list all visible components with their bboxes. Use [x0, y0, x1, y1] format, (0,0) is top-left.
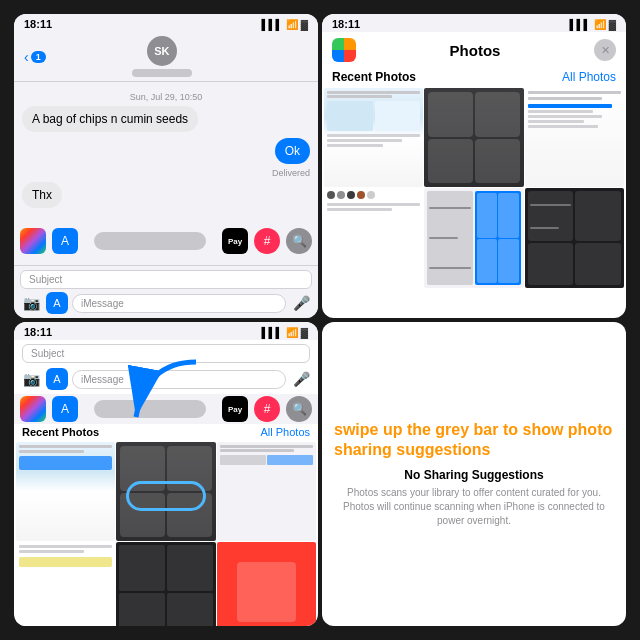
input-row: 📷 A iMessage 🎤	[20, 292, 312, 314]
bl-subject-field[interactable]: Subject	[22, 344, 310, 363]
bl-all-photos-link[interactable]: All Photos	[260, 426, 310, 438]
camera-button[interactable]: 📷	[20, 292, 42, 314]
message-bubble-sent: Ok	[275, 138, 310, 164]
bl-app-icons-row: A Pay # 🔍	[14, 394, 318, 424]
photo-thumb-5[interactable]	[424, 188, 523, 287]
photos-status-time: 18:11	[332, 18, 360, 30]
bl-pay-icon[interactable]: Pay	[222, 396, 248, 422]
status-bar: 18:11 ▌▌▌ 📶 ▓	[14, 14, 318, 32]
avatar: SK	[147, 36, 177, 66]
contact-name-blur	[132, 69, 192, 77]
bl-recent-label: Recent Photos	[22, 426, 99, 438]
photos-grid	[322, 88, 626, 288]
photo-thumb-1[interactable]	[324, 88, 423, 187]
message-timestamp: Sun, Jul 29, 10:50	[22, 92, 310, 102]
messages-input-area: Subject 📷 A iMessage 🎤	[14, 265, 318, 318]
mic-button[interactable]: 🎤	[290, 292, 312, 314]
bl-grey-pill[interactable]	[94, 400, 206, 418]
status-time: 18:11	[24, 18, 52, 30]
bl-wifi-icon: 📶	[286, 327, 298, 338]
recent-label: Recent Photos	[332, 70, 416, 84]
photo-thumb-4[interactable]	[324, 188, 423, 287]
bl-photo-thumb-1[interactable]	[16, 442, 115, 541]
photo-thumb-2[interactable]	[424, 88, 523, 187]
no-sharing-title: No Sharing Suggestions	[334, 468, 614, 482]
pay-icon[interactable]: Pay	[222, 228, 248, 254]
bl-photo-thumb-5[interactable]	[116, 542, 215, 626]
battery-icon: ▓	[301, 19, 308, 30]
photos-battery-icon: ▓	[609, 19, 616, 30]
message-bubble-received-1: A bag of chips n cumin seeds	[22, 106, 198, 132]
close-button[interactable]: ✕	[594, 39, 616, 61]
app-icons-row: A Pay # 🔍	[14, 226, 318, 256]
bottom-left-panel: 18:11 ▌▌▌ 📶 ▓ Subject 📷 A iMessage 🎤 A P…	[14, 322, 318, 626]
bl-photos-icon[interactable]	[20, 396, 46, 422]
photo-thumb-6[interactable]	[525, 188, 624, 287]
search-icon-round[interactable]: 🔍	[286, 228, 312, 254]
messages-header: ‹ 1 SK	[14, 32, 318, 82]
bl-search-icon[interactable]: 🔍	[286, 396, 312, 422]
bl-camera-button[interactable]: 📷	[20, 368, 42, 390]
signal-icon: ▌▌▌	[261, 19, 282, 30]
photos-status-icons: ▌▌▌ 📶 ▓	[569, 19, 616, 30]
back-badge: 1	[31, 51, 46, 63]
photos-app-icon[interactable]	[20, 228, 46, 254]
recent-photos-header: Recent Photos All Photos	[322, 68, 626, 88]
bl-battery-icon: ▓	[301, 327, 308, 338]
appstore-button[interactable]: A	[46, 292, 68, 314]
subject-field[interactable]: Subject	[20, 270, 312, 289]
grey-pill-handle	[94, 232, 206, 250]
bl-mic-button[interactable]: 🎤	[290, 368, 312, 390]
hashtag-icon[interactable]: #	[254, 228, 280, 254]
photos-panel: 18:11 ▌▌▌ 📶 ▓ Photos ✕ Recent Photos All…	[322, 14, 626, 318]
bl-input-row: 📷 A iMessage 🎤	[14, 368, 318, 394]
bl-subject-area: Subject	[14, 340, 318, 368]
bl-status-icons: ▌▌▌ 📶 ▓	[261, 327, 308, 338]
delivered-label: Delivered	[22, 168, 310, 178]
message-bubble-received-2: Thx	[22, 182, 62, 208]
bl-status-bar: 18:11 ▌▌▌ 📶 ▓	[14, 322, 318, 340]
messages-body: Sun, Jul 29, 10:50 A bag of chips n cumi…	[14, 82, 318, 214]
photos-wifi-icon: 📶	[594, 19, 606, 30]
photos-title: Photos	[450, 42, 501, 59]
photos-header: Photos ✕	[322, 32, 626, 68]
back-chevron-icon: ‹	[24, 49, 29, 65]
bl-recent-photos-header: Recent Photos All Photos	[14, 424, 318, 442]
bubble-sent-wrap: Ok	[22, 138, 310, 164]
no-sharing-body: Photos scans your library to offer conte…	[334, 486, 614, 528]
contact-info: SK	[46, 36, 278, 77]
bl-photo-thumb-4[interactable]	[16, 542, 115, 626]
bl-photos-grid	[14, 442, 318, 626]
appstore-icon[interactable]: A	[52, 228, 78, 254]
bl-appstore-icon[interactable]: A	[52, 396, 78, 422]
instruction-text: swipe up the grey bar to show photo shar…	[334, 420, 614, 460]
back-button[interactable]: ‹ 1	[24, 49, 46, 65]
imessage-input[interactable]: iMessage	[72, 294, 286, 313]
bl-status-time: 18:11	[24, 326, 52, 338]
bl-imessage-input[interactable]: iMessage	[72, 370, 286, 389]
bl-signal-icon: ▌▌▌	[261, 327, 282, 338]
messages-panel: 18:11 ▌▌▌ 📶 ▓ ‹ 1 SK Sun, Jul 29, 10:50	[14, 14, 318, 318]
all-photos-link[interactable]: All Photos	[562, 70, 616, 84]
circle-highlight	[126, 481, 206, 511]
bl-photo-thumb-3[interactable]	[217, 442, 316, 541]
wifi-icon: 📶	[286, 19, 298, 30]
status-icons: ▌▌▌ 📶 ▓	[261, 19, 308, 30]
photos-status-bar: 18:11 ▌▌▌ 📶 ▓	[322, 14, 626, 32]
bl-hashtag-icon[interactable]: #	[254, 396, 280, 422]
photos-signal-icon: ▌▌▌	[569, 19, 590, 30]
bl-appstore-button[interactable]: A	[46, 368, 68, 390]
photos-icon-small	[332, 38, 356, 62]
bottom-right-panel: swipe up the grey bar to show photo shar…	[322, 322, 626, 626]
photo-thumb-3[interactable]	[525, 88, 624, 187]
bl-photo-thumb-6[interactable]	[217, 542, 316, 626]
